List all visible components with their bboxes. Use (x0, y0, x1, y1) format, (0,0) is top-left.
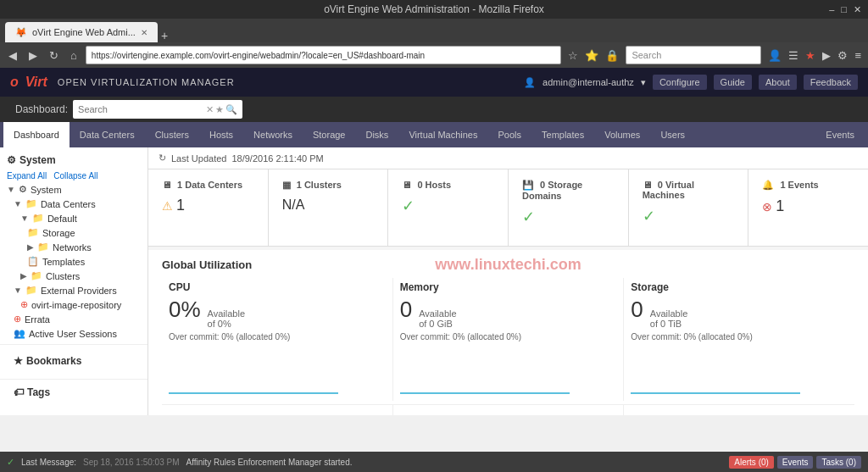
user-label: 👤 (524, 77, 536, 88)
home-btn[interactable]: ⌂ (67, 47, 81, 64)
status-message: Affinity Rules Enforcement Manager start… (186, 458, 352, 467)
stat-card-title: 🖥 0 Virtual Machines (643, 180, 735, 200)
url-text: https://ovirtengine.example.com/ovirt-en… (92, 51, 425, 60)
used-row: 0% Used 0 GiB Used 0 TiB Used (162, 404, 854, 415)
stat-card-clusters[interactable]: ▦ 1 Clusters N/A (269, 169, 389, 246)
tab-dashboard[interactable]: Dashboard (3, 122, 70, 147)
about-btn[interactable]: About (759, 75, 797, 90)
browser-tab[interactable]: 🦊 oVirt Engine Web Admi... ✕ (5, 22, 158, 42)
sidebar-item-label: Active User Sessions (29, 329, 117, 339)
sidebar-item-networks[interactable]: ▶ 📁 Networks (0, 240, 147, 254)
sidebar-item-data-centers[interactable]: ▼ 📁 Data Centers (0, 197, 147, 211)
tab-pools[interactable]: Pools (488, 122, 532, 147)
stat-card-events[interactable]: 🔔 1 Events ⊗ 1 (748, 169, 868, 246)
configure-btn[interactable]: Configure (653, 75, 707, 90)
tab-virtual-machines[interactable]: Virtual Machines (398, 122, 487, 147)
memory-chart (400, 347, 617, 397)
sidebar-item-errata[interactable]: ⊕ Errata (0, 312, 147, 326)
lock-icon: 🔒 (604, 47, 620, 64)
ok-icon: ✓ (402, 197, 415, 215)
youtube-icon[interactable]: ▶ (821, 47, 832, 64)
stat-card-vms[interactable]: 🖥 0 Virtual Machines ✓ (629, 169, 749, 246)
folder-icon: 📁 (37, 242, 49, 253)
sidebar-item-active-sessions[interactable]: 👥 Active User Sessions (0, 326, 147, 341)
extensions-icon[interactable]: ⚙ (836, 47, 849, 64)
status-value: 1 (176, 197, 185, 214)
tab-close-btn[interactable]: ✕ (141, 28, 147, 37)
tab-disks[interactable]: Disks (355, 122, 398, 147)
new-tab-btn[interactable]: + (161, 29, 168, 42)
system-icon: ⚙ (7, 154, 16, 166)
storage-sub: Available of 0 TiB (650, 308, 687, 329)
folder-icon: 📁 (31, 270, 42, 281)
addon-icon[interactable]: ★ (804, 47, 817, 64)
stat-card-hosts[interactable]: 🖥 0 Hosts ✓ (388, 169, 509, 246)
window-controls: – □ ✕ (829, 4, 861, 15)
bookmarks-icon: ★ (14, 355, 23, 367)
stat-card-data-centers[interactable]: 🖥 1 Data Centers ⚠ 1 (148, 169, 269, 246)
stat-card-storage[interactable]: 💾 0 Storage Domains ✓ (509, 169, 629, 246)
sidebar-item-label: Data Centers (41, 199, 96, 209)
menu-icon[interactable]: ☰ (787, 47, 800, 64)
tab-hosts[interactable]: Hosts (199, 122, 243, 147)
sidebar-item-default[interactable]: ▼ 📁 Default (0, 211, 147, 225)
overflow-icon[interactable]: ≡ (853, 47, 863, 64)
app-title: OPEN VIRTUALIZATION MANAGER (58, 77, 235, 87)
tab-users[interactable]: Users (650, 122, 695, 147)
sidebar-item-ovirt-image-repo[interactable]: ⊕ ovirt-image-repository (0, 297, 147, 312)
sidebar-item-templates[interactable]: 📋 Templates (0, 254, 147, 269)
search-input[interactable] (78, 104, 206, 114)
alerts-badge[interactable]: Alerts (0) (729, 456, 774, 469)
tab-events[interactable]: Events (815, 122, 865, 147)
user-dropdown-icon[interactable]: ▾ (641, 77, 646, 88)
search-clear-icon[interactable]: ✕ (206, 104, 214, 115)
tab-networks[interactable]: Networks (243, 122, 303, 147)
feedback-btn[interactable]: Feedback (804, 75, 858, 90)
memory-used-block: 0 GiB Used (393, 405, 625, 415)
guide-btn[interactable]: Guide (714, 75, 752, 90)
storage-chart-svg (631, 351, 800, 397)
nav-tabs: Dashboard Data Centers Clusters Hosts Ne… (0, 122, 868, 147)
status-bar: ✓ Last Message: Sep 18, 2016 1:50:03 PM … (0, 452, 868, 472)
tab-templates[interactable]: Templates (531, 122, 594, 147)
sidebar-item-label: External Providers (41, 286, 117, 296)
sidebar-item-external-providers[interactable]: ▼ 📁 External Providers (0, 283, 147, 297)
minimize-btn[interactable]: – (829, 4, 834, 15)
sidebar: ⚙ System Expand All Collapse All ▼ ⚙ Sys… (0, 147, 148, 415)
tab-volumes[interactable]: Volumes (594, 122, 650, 147)
events-badge[interactable]: Events (777, 456, 814, 469)
close-btn[interactable]: ✕ (854, 4, 861, 15)
sidebar-item-system[interactable]: ▼ ⚙ System (0, 182, 147, 197)
data-centers-icon: 🖥 (162, 180, 171, 190)
memory-used-value: 0 (400, 412, 617, 415)
forward-btn[interactable]: ▶ (25, 47, 41, 64)
stat-status: ⚠ 1 (162, 197, 254, 214)
expand-all-btn[interactable]: Expand All (7, 171, 47, 180)
sidebar-item-clusters[interactable]: ▶ 📁 Clusters (0, 269, 147, 283)
tasks-badge[interactable]: Tasks (0) (816, 456, 861, 469)
search-magnify-icon[interactable]: 🔍 (225, 104, 237, 115)
user-icon[interactable]: 👤 (766, 47, 783, 64)
tab-storage[interactable]: Storage (303, 122, 356, 147)
sidebar-item-label: ovirt-image-repository (31, 300, 121, 310)
bookmark-icon[interactable]: ⭐ (583, 47, 600, 64)
browser-search-bar[interactable]: Search (626, 46, 761, 64)
sidebar-item-storage[interactable]: 📁 Storage (0, 225, 147, 240)
last-message-label: Last Message: (21, 458, 76, 467)
storage-used-value: 0 (631, 412, 848, 415)
error-icon: ⊗ (762, 200, 772, 214)
toolbar-icons: ☆ ⭐ 🔒 (566, 47, 620, 64)
tab-favicon: 🦊 (15, 27, 27, 38)
tab-clusters[interactable]: Clusters (145, 122, 199, 147)
refresh-btn[interactable]: ↻ (46, 47, 62, 64)
collapse-all-btn[interactable]: Collapse All (53, 171, 97, 180)
storage-value: 0 (631, 297, 643, 323)
last-updated-label: Last Updated (171, 153, 226, 164)
back-btn[interactable]: ◀ (5, 47, 20, 64)
search-bookmark-icon[interactable]: ★ (215, 104, 224, 115)
refresh-icon[interactable]: ↻ (159, 153, 166, 164)
tab-data-centers[interactable]: Data Centers (70, 122, 145, 147)
address-bar[interactable]: https://ovirtengine.example.com/ovirt-en… (86, 46, 562, 64)
maximize-btn[interactable]: □ (841, 4, 847, 15)
star-icon[interactable]: ☆ (566, 47, 580, 64)
